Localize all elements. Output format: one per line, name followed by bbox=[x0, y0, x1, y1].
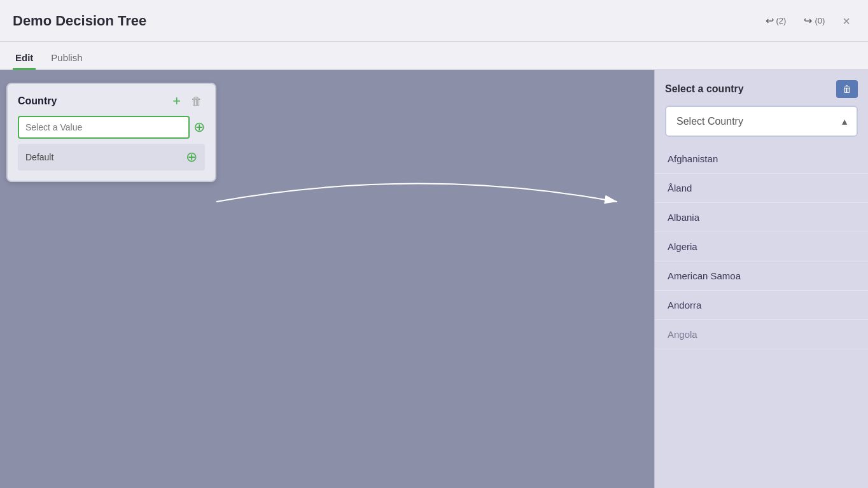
close-button[interactable]: × bbox=[837, 12, 855, 30]
main-area: Country + 🗑 ⊕ Default ⊕ bbox=[0, 70, 868, 488]
canvas[interactable]: Country + 🗑 ⊕ Default ⊕ bbox=[0, 70, 654, 488]
panel-delete-button[interactable]: 🗑 bbox=[836, 80, 858, 98]
node-delete-button[interactable]: 🗑 bbox=[188, 95, 205, 108]
app-title: Demo Decision Tree bbox=[13, 13, 146, 29]
undo-icon: ↩ bbox=[766, 15, 774, 27]
node-add-button[interactable]: + bbox=[170, 94, 183, 108]
node-default-row: Default ⊕ bbox=[18, 144, 205, 171]
tab-publish[interactable]: Publish bbox=[48, 47, 85, 70]
header: Demo Decision Tree ↩ (2) ↪ (0) × bbox=[0, 0, 868, 42]
header-actions: ↩ (2) ↪ (0) × bbox=[760, 12, 855, 30]
node-card: Country + 🗑 ⊕ Default ⊕ bbox=[6, 83, 216, 182]
redo-count: (0) bbox=[815, 16, 825, 25]
country-item-algeria[interactable]: Algeria bbox=[655, 232, 868, 261]
country-list[interactable]: Afghanistan Åland Albania Algeria Americ… bbox=[655, 144, 868, 488]
default-label: Default bbox=[25, 152, 182, 162]
tab-edit[interactable]: Edit bbox=[13, 47, 36, 70]
node-header: Country + 🗑 bbox=[18, 94, 205, 108]
tabs-bar: Edit Publish bbox=[0, 42, 868, 70]
country-item-andorra[interactable]: Andorra bbox=[655, 291, 868, 320]
country-item-albania[interactable]: Albania bbox=[655, 203, 868, 232]
default-add-button[interactable]: ⊕ bbox=[186, 150, 197, 164]
undo-count: (2) bbox=[776, 16, 787, 25]
redo-button[interactable]: ↪ (0) bbox=[799, 12, 830, 29]
undo-button[interactable]: ↩ (2) bbox=[760, 12, 792, 29]
redo-icon: ↪ bbox=[804, 15, 812, 27]
row-add-button[interactable]: ⊕ bbox=[193, 120, 205, 134]
dropdown-container: Select Country Afghanistan Åland Albania… bbox=[665, 106, 858, 137]
country-item-afghanistan[interactable]: Afghanistan bbox=[655, 144, 868, 174]
node-input-row: ⊕ bbox=[18, 116, 205, 139]
country-item-aland[interactable]: Åland bbox=[655, 174, 868, 203]
node-title: Country bbox=[18, 95, 165, 107]
country-item-american-samoa[interactable]: American Samoa bbox=[655, 261, 868, 291]
country-select[interactable]: Select Country Afghanistan Åland Albania… bbox=[665, 106, 858, 137]
panel-header: Select a country 🗑 bbox=[655, 70, 868, 106]
node-value-input[interactable] bbox=[18, 116, 190, 139]
country-item-angola[interactable]: Angola bbox=[655, 320, 868, 349]
right-panel: Select a country 🗑 Select Country Afghan… bbox=[654, 70, 868, 488]
panel-title: Select a country bbox=[665, 83, 831, 95]
